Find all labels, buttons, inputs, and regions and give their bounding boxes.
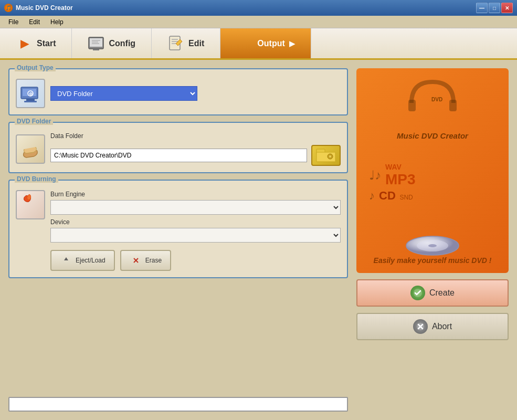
- create-label: Create: [429, 288, 455, 298]
- burn-engine-label: Burn Engine: [50, 191, 85, 198]
- svg-rect-1: [90, 38, 102, 47]
- dvd-folder-title: DVD Folder: [15, 118, 53, 125]
- create-icon: [410, 286, 425, 300]
- svg-point-46: [428, 244, 437, 247]
- dvd-folder-icon: [16, 134, 45, 164]
- format-wav: WAV: [385, 163, 416, 171]
- minimize-button[interactable]: —: [476, 3, 488, 13]
- erase-icon: [130, 254, 142, 267]
- abort-label: Abort: [432, 322, 452, 331]
- svg-rect-5: [93, 49, 99, 50]
- data-folder-label: Data Folder: [50, 132, 341, 140]
- output-type-icon: ⚙: [16, 79, 45, 108]
- output-type-title: Output Type: [15, 64, 56, 71]
- right-panel: DVD Music DVD Creator ♩♪ WAV MP3 ♪: [356, 68, 509, 412]
- eject-load-label: Eject/Load: [76, 257, 105, 264]
- svg-text:⚙: ⚙: [29, 92, 33, 97]
- create-button[interactable]: Create: [356, 279, 509, 307]
- banner-top: DVD Music DVD Creator: [365, 77, 500, 140]
- config-icon: [88, 35, 104, 52]
- start-icon: ▶: [16, 35, 33, 52]
- device-dropdown[interactable]: [50, 228, 341, 243]
- dvd-burning-title: DVD Burning: [15, 175, 58, 183]
- main-content: Output Type ⚙ DVD Folder DVD Dis: [0, 60, 517, 420]
- dvd-burning-row: Burn Engine Device: [16, 190, 341, 271]
- dvd-banner: DVD Music DVD Creator ♩♪ WAV MP3 ♪: [356, 68, 509, 273]
- dvd-folder-controls: Data Folder: [50, 132, 341, 166]
- tab-config[interactable]: Config: [72, 28, 152, 58]
- dvd-folder-section: DVD Folder Data Folder: [8, 122, 348, 173]
- output-icon: [236, 35, 253, 52]
- progress-bar-wrapper: [8, 397, 348, 412]
- dvd-burn-icon: [16, 190, 45, 219]
- banner-disc-headphones: DVD: [406, 77, 459, 129]
- tab-edit-label: Edit: [188, 39, 204, 48]
- eject-icon: [60, 254, 72, 267]
- music-notes-icon: ♩♪: [369, 168, 381, 183]
- banner-disc: DVD: [412, 81, 453, 125]
- title-bar: 🎵 Music DVD Creator — □ ✕: [0, 0, 517, 16]
- eject-erase-row: Eject/Load Erase: [50, 250, 341, 271]
- browse-button[interactable]: [311, 145, 341, 166]
- eject-load-button[interactable]: Eject/Load: [50, 250, 115, 271]
- menu-help[interactable]: Help: [45, 17, 69, 27]
- abort-icon: [413, 319, 428, 334]
- banner-title: Music DVD Creator: [397, 131, 468, 140]
- tab-edit[interactable]: Edit: [152, 28, 220, 58]
- maximize-button[interactable]: □: [489, 3, 500, 13]
- menu-file[interactable]: File: [3, 17, 24, 27]
- dvd-folder-row: Data Folder: [16, 132, 341, 166]
- toolbar: ▶ Start Config Edit: [0, 28, 517, 60]
- output-type-row: ⚙ DVD Folder DVD Disc ISO Image: [16, 79, 341, 108]
- svg-rect-15: [26, 99, 35, 101]
- tab-start[interactable]: ▶ Start: [0, 28, 72, 58]
- output-type-dropdown-wrapper: DVD Folder DVD Disc ISO Image: [50, 86, 197, 101]
- burn-engine-dropdown[interactable]: [50, 200, 341, 215]
- output-type-dropdown[interactable]: DVD Folder DVD Disc ISO Image: [50, 86, 197, 101]
- tab-start-label: Start: [37, 39, 56, 48]
- svg-point-25: [329, 155, 331, 158]
- banner-bottom-disc: [401, 225, 464, 256]
- folder-path-input[interactable]: [50, 149, 307, 162]
- device-label: Device: [50, 218, 70, 226]
- output-type-section: Output Type ⚙ DVD Folder DVD Dis: [8, 68, 348, 116]
- progress-bar: [8, 397, 348, 412]
- erase-button[interactable]: Erase: [120, 250, 171, 271]
- dvd-burning-section: DVD Burning Burn Engine: [8, 180, 348, 278]
- format-snd: SND: [399, 194, 413, 201]
- menu-edit[interactable]: Edit: [24, 17, 45, 27]
- dvd-slogan: Easily make yourself music DVD !: [374, 256, 492, 265]
- window-title: Music DVD Creator: [16, 4, 73, 12]
- close-button[interactable]: ✕: [501, 3, 513, 13]
- banner-bottom: Easily make yourself music DVD !: [365, 225, 500, 265]
- tab-output[interactable]: Output ▶: [220, 28, 311, 58]
- banner-formats: ♩♪ WAV MP3 ♪ CD SND: [365, 140, 500, 225]
- format-cd: CD: [379, 189, 396, 202]
- menu-bar: File Edit Help: [0, 16, 517, 28]
- burn-controls: Burn Engine Device: [50, 190, 341, 271]
- format-mp3: MP3: [385, 171, 416, 188]
- tab-config-label: Config: [109, 39, 135, 48]
- svg-rect-16: [24, 101, 37, 102]
- svg-text:DVD: DVD: [431, 97, 442, 102]
- erase-label: Erase: [145, 257, 162, 264]
- edit-icon: [167, 35, 184, 52]
- abort-button[interactable]: Abort: [356, 313, 509, 340]
- tab-output-label: Output: [257, 39, 284, 48]
- music-note-icon: ♪: [369, 189, 375, 203]
- title-bar-controls: — □ ✕: [476, 3, 513, 13]
- folder-path-row: [50, 145, 341, 166]
- app-icon: 🎵: [4, 4, 13, 12]
- left-panel: Output Type ⚙ DVD Folder DVD Dis: [8, 68, 348, 412]
